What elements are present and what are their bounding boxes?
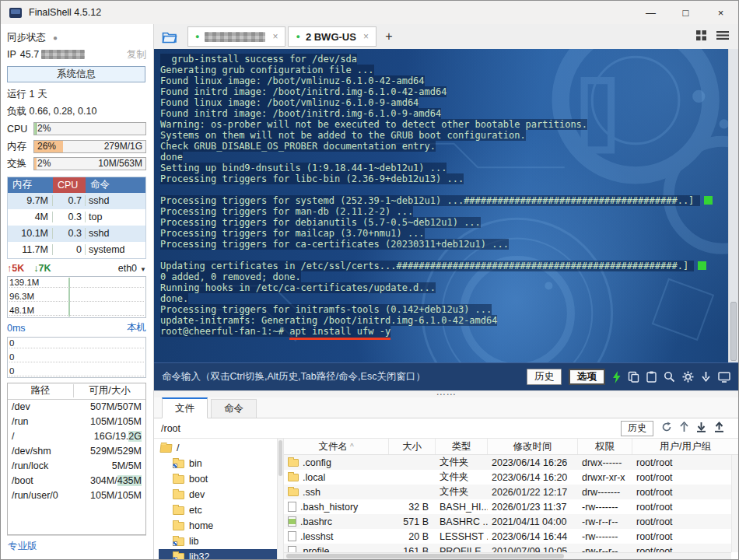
panel-splitter-handle[interactable]: ⋯⋯ — [154, 390, 738, 397]
ping-graph: 000 — [7, 337, 146, 378]
terminal-line: Systems on them will not be added to the… — [160, 130, 723, 141]
history-button[interactable]: 历史 — [527, 369, 562, 385]
copy-ip-button[interactable]: 复制 — [127, 48, 146, 61]
session-tab-2-active[interactable]: ● 2 BWG-US × — [288, 26, 376, 47]
process-row[interactable]: 10.1M0.3sshd — [8, 226, 145, 242]
refresh-icon[interactable] — [661, 422, 672, 436]
tab-files[interactable]: 文件 — [162, 397, 208, 418]
tree-item-dev[interactable]: dev — [159, 487, 277, 502]
terminal-line — [160, 184, 723, 195]
disk-row[interactable]: /run/user/0105M/105M — [8, 488, 145, 503]
disk-row[interactable]: /16G/19.2G — [8, 429, 145, 444]
sort-asc-icon: ^ — [350, 443, 354, 451]
tree-item-bin[interactable]: bin — [159, 456, 277, 471]
disk-row[interactable]: /boot304M/435M — [8, 474, 145, 488]
tab1-close-icon[interactable]: × — [272, 31, 278, 42]
tab2-close-icon[interactable]: × — [363, 31, 369, 42]
search-icon[interactable] — [664, 371, 675, 383]
file-row[interactable]: .bashrc571 BBASHRC ...2021/04/11 04:00-r… — [284, 514, 731, 529]
connection-manager-folder-icon[interactable] — [162, 30, 178, 44]
paste-icon[interactable] — [646, 371, 657, 383]
file-col-header[interactable]: 用户/用户组 — [632, 439, 738, 454]
process-row[interactable]: 11.7M0systemd — [8, 242, 145, 258]
file-col-header[interactable]: 文件名^ — [284, 439, 389, 454]
new-tab-button[interactable]: + — [379, 26, 399, 47]
file-row[interactable]: .ssh文件夹2026/01/22 12:17drw-------root/ro… — [284, 485, 731, 499]
lightning-icon[interactable] — [612, 371, 621, 383]
upload-icon[interactable] — [714, 422, 724, 436]
gear-icon[interactable] — [682, 371, 694, 383]
file-col-header[interactable]: 权限 — [578, 439, 632, 454]
terminal-line: 0 added, 0 removed; done. — [160, 271, 723, 282]
close-button[interactable]: × — [703, 1, 738, 24]
disk-col-size[interactable]: 可用/大小 — [74, 384, 145, 397]
monitor-icon[interactable] — [718, 372, 730, 383]
minimize-button[interactable]: — — [633, 1, 668, 24]
file-row[interactable]: .bash_history32 BBASH_HI...2026/01/23 11… — [284, 499, 731, 514]
terminal-scrollbar-thumb[interactable] — [730, 302, 737, 361]
tree-scrollbar[interactable] — [277, 439, 284, 559]
path-history-button[interactable]: 历史 — [621, 421, 653, 436]
file-table-hscrollbar[interactable] — [284, 552, 731, 559]
tree-item-etc[interactable]: etc — [159, 502, 277, 518]
file-col-header[interactable]: 大小 — [389, 439, 436, 454]
tree-item-home[interactable]: home — [159, 518, 277, 534]
terminal-line: update-initramfs: Generating /boot/initr… — [160, 315, 723, 326]
file-col-header[interactable]: 修改时间 — [488, 439, 578, 454]
current-path[interactable]: /root — [161, 423, 180, 434]
disk-row[interactable]: /run105M/105M — [8, 415, 145, 429]
file-row[interactable]: .lesshst20 BLESSHST ...2023/06/14 16:44-… — [284, 529, 731, 544]
ip-label: IP — [7, 49, 16, 60]
terminal-scrollbar[interactable] — [728, 49, 738, 362]
terminal-line: Processing triggers for man-db (2.11.2-2… — [160, 206, 723, 217]
file-table-vscrollbar[interactable] — [731, 455, 738, 552]
maximize-button[interactable]: □ — [668, 1, 703, 24]
disk-table: 路径 可用/大小 /dev507M/507M/run105M/105M/16G/… — [7, 383, 146, 535]
session-tab-1[interactable]: ● × — [187, 26, 285, 47]
tree-item-lib[interactable]: lib — [159, 534, 277, 549]
disk-col-path[interactable]: 路径 — [8, 384, 74, 397]
command-input-bar[interactable]: 命令输入（双击Ctrl切换,Alt历史,Tab路径/命令,Esc关闭窗口） 历史… — [154, 362, 738, 390]
options-button[interactable]: 选项 — [569, 369, 605, 385]
grid-view-icon[interactable] — [695, 30, 707, 44]
folder-icon — [173, 506, 184, 515]
download-icon[interactable] — [696, 422, 706, 436]
process-col-header[interactable]: CPU — [53, 177, 86, 193]
disk-row[interactable]: /dev507M/507M — [8, 400, 145, 415]
disk-row[interactable]: /run/lock5M/5M — [8, 459, 145, 474]
process-row[interactable]: 4M0.3top — [8, 209, 145, 226]
terminal[interactable]: grub-install success for /dev/sdaGenerat… — [154, 49, 738, 362]
interface-selector[interactable]: eth0▼ — [118, 263, 146, 274]
terminal-line: root@cheerful-fan-1:~# apt install ufw -… — [160, 326, 723, 337]
edition-label[interactable]: 专业版 — [7, 535, 146, 556]
tab-commands[interactable]: 命令 — [211, 399, 257, 418]
file-col-header[interactable]: 类型 — [436, 439, 488, 454]
process-col-header[interactable]: 命令 — [86, 177, 145, 193]
cpu-meter: CPU 2% — [7, 121, 146, 135]
file-icon — [288, 531, 296, 541]
connected-dot-icon: ● — [296, 33, 299, 40]
menu-icon[interactable] — [716, 30, 729, 44]
file-table-hscrollbar-thumb[interactable] — [286, 554, 564, 558]
ping-graph-label: 0 — [8, 338, 14, 348]
file-row[interactable]: .config文件夹2023/06/14 16:26drwx------root… — [284, 455, 731, 470]
scroll-down-icon[interactable] — [701, 371, 711, 383]
tree-scrollbar-thumb[interactable] — [278, 440, 282, 476]
tree-item-boot[interactable]: boot — [159, 471, 277, 487]
process-row[interactable]: 9.7M0.7sshd — [8, 193, 145, 209]
command-input-hint[interactable]: 命令输入（双击Ctrl切换,Alt历史,Tab路径/命令,Esc关闭窗口） — [162, 370, 426, 383]
disk-row[interactable]: /dev/shm529M/529M — [8, 444, 145, 459]
terminal-line: Found initrd image: /boot/initrd.img-6.1… — [160, 86, 723, 97]
tree-item-root[interactable]: / — [159, 440, 277, 456]
terminal-line: Processing triggers for debianutils (5.7… — [160, 217, 723, 228]
tree-item-lib32[interactable]: lib32 — [159, 549, 277, 559]
copy-icon[interactable] — [628, 371, 639, 383]
file-row[interactable]: .local文件夹2023/06/14 16:20drwxr-xr-xroot/… — [284, 470, 731, 485]
process-col-header[interactable]: 内存 — [8, 177, 53, 193]
ping-target[interactable]: 本机 — [127, 321, 146, 334]
file-row[interactable]: .profile161 BPROFILE...2010/07/09 10:05-… — [284, 544, 731, 552]
terminal-line: Warning: os-prober will not be executed … — [160, 119, 723, 130]
swap-meter-label: 交换 — [7, 157, 33, 170]
parent-dir-icon[interactable] — [680, 422, 688, 436]
system-info-button[interactable]: 系统信息 — [7, 66, 145, 82]
